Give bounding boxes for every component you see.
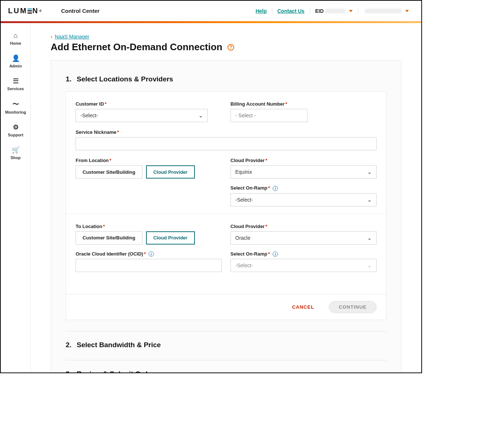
breadcrumb: ‹ NaaS Manager <box>51 33 401 40</box>
monitoring-icon: 〜 <box>12 100 19 109</box>
from-onramp-select[interactable]: -Select- ⌄ <box>230 193 377 206</box>
services-icon: ☰ <box>13 77 19 85</box>
sidebar-item-label: Home <box>10 41 21 45</box>
step3-header[interactable]: 3. Review & Submit Order <box>66 370 386 372</box>
to-location-toggle: Customer Site/Building Cloud Provider <box>76 231 222 245</box>
to-onramp-label: Select On-Ramp* i <box>230 251 377 257</box>
from-cloud-provider-select[interactable]: Equinix ⌄ <box>230 165 377 179</box>
app-title: Control Center <box>61 8 99 14</box>
wizard-panel: 1. Select Locations & Providers Customer… <box>51 60 401 372</box>
chevron-down-icon: ⌄ <box>367 235 372 241</box>
to-cloud-button[interactable]: Cloud Provider <box>146 231 195 245</box>
help-icon[interactable]: ? <box>228 44 234 51</box>
sidebar-item-support[interactable]: ⚙ Support <box>1 119 30 142</box>
support-icon: ⚙ <box>13 123 19 131</box>
from-onramp-label: Select On-Ramp* i <box>230 185 377 191</box>
contact-link[interactable]: Contact Us <box>272 8 310 14</box>
shop-icon: 🛒 <box>12 146 20 154</box>
step2-header[interactable]: 2. Select Bandwidth & Price <box>66 341 386 349</box>
chevron-down-icon: ⌄ <box>367 169 372 175</box>
page-title: Add Ethernet On-Demand Connection ? <box>51 41 401 53</box>
nickname-label: Service Nickname* <box>76 129 377 135</box>
continue-button[interactable]: CONTINUE <box>329 301 377 313</box>
sidebar-item-label: Monitoring <box>5 110 26 114</box>
sidebar-item-label: Admin <box>9 64 22 68</box>
ban-label: Billing Account Number* <box>230 101 377 107</box>
step1-card: Customer ID* -Select- ⌄ Billing Account … <box>66 91 386 320</box>
sidebar: ⌂ Home 👤 Admin ☰ Services 〜 Monitoring ⚙… <box>1 23 31 372</box>
from-site-button[interactable]: Customer Site/Building <box>76 165 142 179</box>
sidebar-item-services[interactable]: ☰ Services <box>1 73 30 95</box>
from-cloud-provider-label: Cloud Provider* <box>230 158 377 163</box>
eid-value-obscured <box>325 9 345 13</box>
sidebar-item-label: Services <box>7 87 24 91</box>
step-divider <box>66 360 386 360</box>
info-icon[interactable]: i <box>273 186 278 191</box>
admin-icon: 👤 <box>12 54 20 62</box>
chevron-down-icon <box>405 10 409 12</box>
to-onramp-select[interactable]: -Select- ⌄ <box>230 259 377 272</box>
sidebar-item-shop[interactable]: 🛒 Shop <box>1 142 30 164</box>
to-cloud-provider-select[interactable]: Oracle ⌄ <box>230 231 377 245</box>
step-divider <box>66 331 386 331</box>
info-icon[interactable]: i <box>273 251 278 257</box>
sidebar-item-monitoring[interactable]: 〜 Monitoring <box>1 95 30 119</box>
cancel-button[interactable]: CANCEL <box>292 304 314 310</box>
card-footer: CANCEL CONTINUE <box>66 294 386 320</box>
chevron-down-icon: ⌄ <box>367 197 372 203</box>
chevron-down-icon: ⌄ <box>199 113 203 118</box>
customer-id-select[interactable]: -Select- ⌄ <box>76 109 208 122</box>
ocid-input[interactable] <box>76 259 222 272</box>
top-bar: L U M N ® Control Center Help Contact Us… <box>1 1 421 21</box>
chevron-left-icon[interactable]: ‹ <box>51 33 52 40</box>
chevron-down-icon <box>349 10 353 12</box>
sidebar-item-label: Support <box>8 133 23 137</box>
lumen-logo[interactable]: L U M N ® <box>8 7 43 15</box>
help-link[interactable]: Help <box>250 8 272 14</box>
to-location-label: To Location* <box>76 224 222 229</box>
nickname-input[interactable] <box>76 137 377 150</box>
customer-id-label: Customer ID* <box>76 101 222 107</box>
account-menu[interactable] <box>358 9 414 13</box>
logo-e-icon <box>28 8 32 14</box>
info-icon[interactable]: i <box>149 251 154 257</box>
to-cloud-provider-label: Cloud Provider* <box>230 224 377 229</box>
sidebar-item-label: Shop <box>11 155 21 160</box>
ban-input[interactable] <box>230 109 308 122</box>
breadcrumb-link[interactable]: NaaS Manager <box>55 34 89 40</box>
from-cloud-button[interactable]: Cloud Provider <box>146 165 195 179</box>
section-divider <box>66 214 386 214</box>
step1-header: 1. Select Locations & Providers <box>66 75 386 83</box>
home-icon: ⌂ <box>14 32 18 40</box>
sidebar-item-home[interactable]: ⌂ Home <box>1 27 30 50</box>
from-location-label: From Location* <box>76 158 222 163</box>
account-value-obscured <box>365 9 401 13</box>
chevron-down-icon: ⌄ <box>367 262 372 268</box>
from-location-toggle: Customer Site/Building Cloud Provider <box>76 165 222 179</box>
ocid-label: Oracle Cloud Identifier (OCID)* i <box>76 251 222 257</box>
eid-menu[interactable]: EID <box>310 8 358 14</box>
to-site-button[interactable]: Customer Site/Building <box>76 231 142 245</box>
sidebar-item-admin[interactable]: 👤 Admin <box>1 50 30 73</box>
